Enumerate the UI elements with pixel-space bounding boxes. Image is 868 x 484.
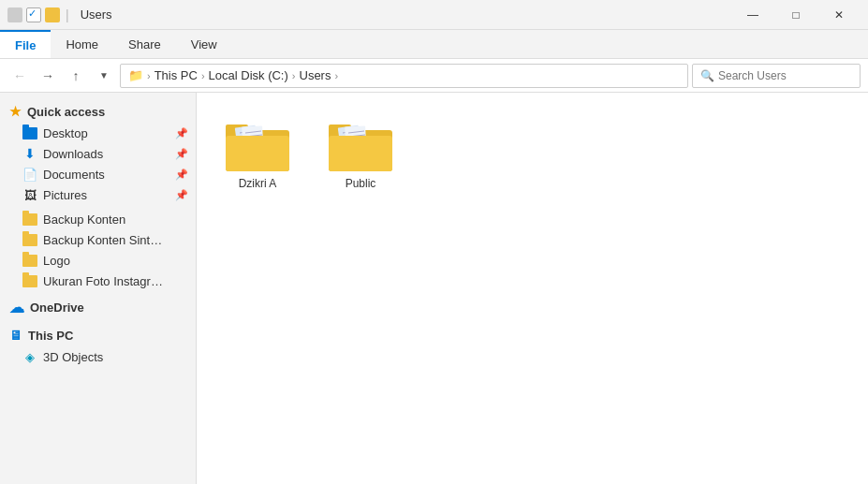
folder-label-public: Public [346, 177, 376, 190]
breadcrumb-users[interactable]: Users [300, 68, 331, 82]
sidebar-item-ukuran-foto[interactable]: Ukuran Foto Instagr… [0, 271, 196, 291]
minimize-button[interactable]: — [731, 0, 774, 30]
tab-home[interactable]: Home [51, 30, 113, 58]
sidebar-thispc-header[interactable]: 🖥 This PC [0, 324, 196, 346]
pin-icon: 📌 [175, 148, 188, 160]
svg-rect-10 [226, 136, 289, 171]
quick-access-icon [7, 7, 22, 22]
folder-icon [22, 212, 37, 227]
content-area: Dzikri A [197, 93, 868, 484]
title-bar-icons: | [7, 7, 71, 22]
sidebar-quick-access-header[interactable]: ★ Quick access [0, 100, 196, 123]
sidebar-item-label: Backup Konten [43, 213, 125, 227]
thispc-icon: 🖥 [9, 328, 22, 343]
documents-icon: 📄 [22, 167, 37, 182]
sidebar-item-label: Desktop [43, 126, 88, 140]
sidebar-item-label: Ukuran Foto Instagr… [43, 274, 163, 288]
sidebar-section-onedrive: ☁ OneDrive [0, 295, 196, 320]
window-controls: — □ ✕ [731, 0, 861, 30]
star-icon: ★ [9, 104, 22, 119]
folder-icon [22, 273, 37, 288]
sidebar-item-backup-konten[interactable]: Backup Konten [0, 209, 196, 229]
quick-access-label: Quick access [27, 105, 105, 119]
folder-grid: Dzikri A [215, 111, 849, 196]
forward-button[interactable]: → [36, 64, 60, 88]
breadcrumb-folder-icon: 📁 [128, 68, 143, 82]
sidebar-item-logo[interactable]: Logo [0, 250, 196, 271]
svg-rect-21 [329, 136, 392, 171]
sidebar-item-label: Logo [43, 254, 70, 268]
sidebar-section-thispc: 🖥 This PC ◈ 3D Objects [0, 324, 196, 367]
tab-share[interactable]: Share [113, 30, 176, 58]
main-layout: ★ Quick access Desktop 📌 ⬇ Downloads 📌 � [0, 93, 868, 484]
downloads-icon: ⬇ [22, 146, 37, 161]
ribbon: File Home Share View [0, 30, 868, 59]
sidebar-item-downloads[interactable]: ⬇ Downloads 📌 [0, 143, 196, 164]
folder-item-dzikri-a[interactable]: Dzikri A [215, 111, 300, 196]
sidebar-section-quick-access: ★ Quick access Desktop 📌 ⬇ Downloads 📌 � [0, 100, 196, 205]
search-bar[interactable]: 🔍 [692, 64, 861, 88]
breadcrumb-thispc[interactable]: This PC [154, 68, 198, 82]
folder-dzikri-a-icon [224, 117, 291, 173]
maximize-button[interactable]: □ [774, 0, 817, 30]
thispc-label: This PC [28, 329, 73, 343]
title-bar: | Users — □ ✕ [0, 0, 868, 30]
tab-file[interactable]: File [0, 30, 51, 58]
sidebar-item-pictures[interactable]: 🖼 Pictures 📌 [0, 184, 196, 205]
up-button[interactable]: ↑ [64, 64, 88, 88]
sidebar-item-label: Documents [43, 168, 105, 182]
sidebar-item-label: Backup Konten Sint… [43, 233, 162, 247]
sidebar-item-label: Downloads [43, 147, 103, 161]
address-bar: ← → ↑ ▼ 📁 › This PC › Local Disk (C:) › … [0, 59, 868, 93]
desktop-folder-icon [22, 125, 37, 140]
pin-icon: 📌 [175, 127, 188, 139]
back-button: ← [7, 64, 32, 88]
folder-label-dzikri-a: Dzikri A [239, 177, 277, 190]
sidebar-item-documents[interactable]: 📄 Documents 📌 [0, 164, 196, 184]
ribbon-tabs: File Home Share View [0, 30, 868, 58]
tab-view[interactable]: View [176, 30, 232, 58]
pin-icon: 📌 [175, 169, 188, 181]
sidebar: ★ Quick access Desktop 📌 ⬇ Downloads 📌 � [0, 93, 197, 484]
folder-public-icon [327, 117, 394, 173]
breadcrumb[interactable]: 📁 › This PC › Local Disk (C:) › Users › [120, 64, 688, 88]
sidebar-item-desktop[interactable]: Desktop 📌 [0, 123, 196, 143]
window-title: Users [81, 7, 112, 22]
recent-locations-button[interactable]: ▼ [92, 64, 116, 88]
divider: | [66, 7, 69, 22]
search-input[interactable] [718, 69, 852, 82]
sidebar-onedrive-header[interactable]: ☁ OneDrive [0, 295, 196, 320]
folder-item-public[interactable]: Public [318, 111, 403, 196]
checkbox-icon [26, 7, 41, 22]
sidebar-section-folders: Backup Konten Backup Konten Sint… Logo U… [0, 209, 196, 291]
pin-icon: 📌 [175, 189, 188, 201]
close-button[interactable]: ✕ [817, 0, 861, 30]
pictures-icon: 🖼 [22, 187, 37, 202]
sidebar-item-backup-konten-sint[interactable]: Backup Konten Sint… [0, 229, 196, 250]
onedrive-icon: ☁ [9, 299, 24, 316]
sidebar-item-3dobjects[interactable]: ◈ 3D Objects [0, 346, 196, 367]
search-icon: 🔍 [700, 69, 714, 82]
sidebar-item-label: 3D Objects [43, 350, 103, 364]
sidebar-item-label: Pictures [43, 188, 87, 202]
folder-icon [22, 232, 37, 247]
3dobjects-icon: ◈ [22, 349, 37, 364]
onedrive-label: OneDrive [30, 301, 84, 315]
folder-icon [22, 253, 37, 268]
folder-icon [45, 7, 60, 22]
breadcrumb-localdisk[interactable]: Local Disk (C:) [209, 68, 288, 82]
